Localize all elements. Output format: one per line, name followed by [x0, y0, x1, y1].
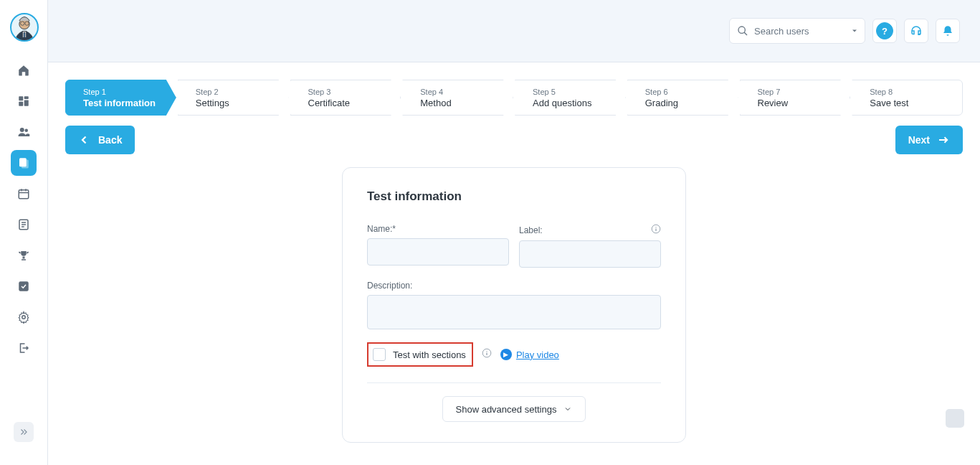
nav-settings[interactable] [11, 304, 37, 330]
sections-label: Test with sections [393, 349, 466, 360]
sections-checkbox-highlight: Test with sections [367, 342, 473, 367]
step-1[interactable]: Step 1 Test information [65, 80, 176, 116]
name-label: Name:* [367, 224, 509, 234]
nav-logout[interactable] [11, 335, 37, 361]
step-num: Step 4 [420, 88, 503, 96]
svg-rect-8 [19, 102, 23, 106]
svg-point-10 [25, 129, 29, 133]
svg-rect-21 [19, 281, 29, 291]
svg-rect-5 [19, 96, 23, 100]
notifications-button[interactable] [936, 19, 960, 43]
svg-rect-12 [22, 160, 29, 169]
step-num: Step 8 [870, 88, 952, 96]
next-label: Next [908, 134, 930, 146]
svg-point-26 [655, 227, 656, 227]
search-icon [737, 25, 748, 37]
nav-surveys[interactable] [11, 212, 37, 238]
step-num: Step 7 [758, 88, 840, 96]
main: Step 1 Test information Step 2 Settings … [48, 62, 980, 465]
expand-sidebar-button[interactable] [14, 422, 34, 442]
step-7[interactable]: Step 7 Review [740, 80, 851, 116]
sections-checkbox[interactable] [373, 348, 386, 361]
info-icon [482, 348, 492, 358]
check-icon [17, 280, 30, 293]
play-icon: ▶ [500, 349, 512, 360]
step-title: Save test [870, 98, 952, 108]
divider [367, 382, 661, 383]
step-8[interactable]: Step 8 Save test [852, 80, 963, 116]
name-input[interactable] [367, 238, 509, 266]
step-num: Step 1 [83, 88, 166, 96]
description-input[interactable] [367, 295, 661, 329]
step-title: Grading [645, 98, 728, 108]
floating-helper[interactable] [946, 409, 964, 428]
svg-point-23 [738, 27, 745, 33]
sections-info-icon[interactable] [482, 348, 492, 361]
svg-rect-7 [24, 100, 29, 106]
help-button[interactable]: ? [872, 19, 897, 43]
calendar-icon [17, 187, 30, 200]
step-num: Step 6 [645, 88, 728, 96]
search-users[interactable]: Search users [729, 18, 865, 44]
home-icon [17, 64, 30, 77]
step-title: Add questions [533, 98, 615, 108]
step-5[interactable]: Step 5 Add questions [515, 80, 626, 116]
nav-home[interactable] [11, 57, 37, 83]
step-title: Certificate [308, 98, 391, 108]
users-icon [17, 126, 30, 138]
step-title: Method [420, 98, 503, 108]
headset-icon [910, 24, 923, 37]
logout-icon [17, 342, 30, 354]
nav-trophy[interactable] [11, 243, 37, 268]
chevron-down-icon [563, 405, 572, 413]
nav-dashboard[interactable] [11, 88, 37, 114]
label-label-text: Label: [519, 225, 543, 235]
tests-icon [17, 156, 30, 169]
avatar-image [11, 14, 37, 40]
svg-rect-2 [24, 32, 25, 37]
svg-point-22 [22, 316, 26, 319]
play-video-link[interactable]: ▶ Play video [500, 349, 559, 360]
step-4[interactable]: Step 4 Method [402, 80, 513, 116]
step-num: Step 2 [196, 88, 278, 96]
step-title: Settings [196, 98, 278, 108]
wizard: Step 1 Test information Step 2 Settings … [65, 80, 963, 116]
next-button[interactable]: Next [895, 126, 963, 154]
nav [0, 57, 47, 361]
back-label: Back [98, 134, 122, 146]
step-6[interactable]: Step 6 Grading [627, 80, 738, 116]
nav-users[interactable] [11, 119, 37, 145]
card-title: Test information [367, 189, 661, 204]
step-title: Test information [83, 98, 166, 108]
svg-line-24 [744, 32, 747, 35]
back-button[interactable]: Back [65, 126, 135, 154]
trophy-icon [17, 249, 30, 262]
svg-rect-6 [24, 96, 29, 99]
advanced-settings-button[interactable]: Show advanced settings [442, 396, 586, 422]
step-3[interactable]: Step 3 Certificate [290, 80, 401, 116]
topbar: Search users ? [48, 0, 980, 62]
step-num: Step 5 [533, 88, 615, 96]
step-num: Step 3 [308, 88, 391, 96]
support-button[interactable] [904, 19, 928, 43]
nav-tasks[interactable] [11, 273, 37, 299]
label-label: Label: [519, 224, 661, 236]
svg-point-9 [20, 128, 24, 132]
avatar[interactable] [10, 13, 39, 42]
bell-icon [941, 24, 954, 37]
surveys-icon [17, 218, 30, 231]
advanced-label: Show advanced settings [456, 404, 557, 415]
step-2[interactable]: Step 2 Settings [178, 80, 289, 116]
nav-tests[interactable] [11, 150, 37, 176]
play-video-label: Play video [516, 349, 559, 360]
label-info-icon[interactable] [651, 224, 661, 236]
dashboard-icon [17, 95, 30, 108]
label-input[interactable] [519, 240, 661, 268]
search-placeholder: Search users [754, 26, 850, 37]
info-icon [651, 224, 661, 234]
step-title: Review [758, 98, 840, 108]
arrow-left-icon [78, 133, 91, 146]
svg-rect-13 [19, 190, 29, 199]
nav-calendar[interactable] [11, 181, 37, 207]
sidebar [0, 0, 48, 465]
